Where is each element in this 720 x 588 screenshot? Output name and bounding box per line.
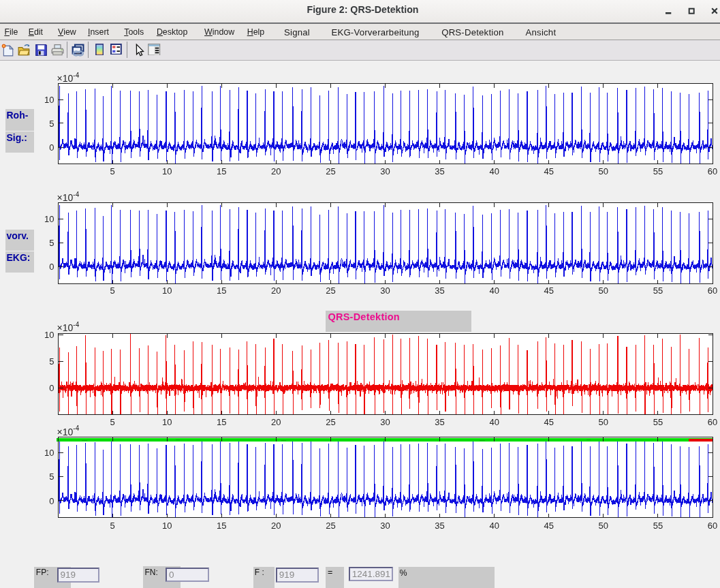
svg-text:45: 45 [544,285,554,296]
svg-text:40: 40 [489,417,499,427]
svg-text:10: 10 [44,330,54,340]
svg-text:5: 5 [110,285,114,296]
svg-text:10: 10 [162,166,172,176]
svg-text:5: 5 [110,521,114,531]
svg-text:25: 25 [326,166,335,176]
svg-text:×10: ×10 [57,192,74,203]
svg-text:30: 30 [380,521,390,531]
svg-text:45: 45 [544,417,554,427]
svg-text:45: 45 [544,166,554,176]
svg-text:35: 35 [435,521,444,531]
svg-text:20: 20 [271,166,281,176]
svg-text:55: 55 [653,521,663,531]
svg-text:5: 5 [49,356,54,367]
svg-text:25: 25 [326,285,335,296]
svg-text:60: 60 [708,417,717,427]
svg-text:×10: ×10 [57,427,74,437]
svg-text:15: 15 [217,417,226,427]
svg-text:55: 55 [653,285,663,296]
svg-text:35: 35 [435,166,444,176]
svg-text:10: 10 [162,417,172,427]
svg-text:10: 10 [162,521,172,531]
svg-text:25: 25 [326,417,335,427]
svg-text:20: 20 [271,285,281,296]
svg-text:0: 0 [49,496,54,506]
svg-text:40: 40 [489,285,499,296]
svg-text:10: 10 [44,448,54,458]
svg-text:×10: ×10 [57,322,74,333]
svg-text:40: 40 [489,166,499,176]
svg-text:×10: ×10 [57,73,74,84]
svg-text:60: 60 [708,521,717,531]
svg-text:-4: -4 [73,72,79,79]
svg-text:10: 10 [44,214,54,224]
svg-text:0: 0 [49,142,54,153]
svg-text:5: 5 [49,119,54,129]
svg-text:50: 50 [599,285,608,296]
svg-text:-4: -4 [73,191,79,198]
svg-text:5: 5 [110,417,114,427]
svg-text:25: 25 [326,521,335,531]
svg-text:20: 20 [271,417,281,427]
svg-text:30: 30 [380,417,390,427]
svg-text:45: 45 [544,521,554,531]
svg-text:55: 55 [653,166,663,176]
svg-text:60: 60 [708,285,717,296]
svg-text:10: 10 [162,285,172,296]
svg-text:30: 30 [380,166,390,176]
svg-text:15: 15 [217,521,226,531]
svg-text:5: 5 [110,166,114,176]
svg-text:50: 50 [599,521,608,531]
svg-text:0: 0 [49,262,54,272]
svg-text:50: 50 [599,166,608,176]
svg-text:20: 20 [271,521,281,531]
svg-text:5: 5 [49,471,54,482]
svg-text:50: 50 [599,417,608,427]
svg-text:15: 15 [217,285,226,296]
svg-text:30: 30 [380,285,390,296]
svg-text:5: 5 [49,238,54,248]
svg-text:-4: -4 [73,424,79,432]
svg-text:15: 15 [217,166,226,176]
svg-text:60: 60 [708,166,717,176]
svg-text:0: 0 [49,383,54,393]
svg-text:10: 10 [44,95,54,105]
svg-text:-4: -4 [73,321,79,328]
svg-text:55: 55 [653,417,663,427]
svg-text:35: 35 [435,285,444,296]
svg-text:40: 40 [489,521,499,531]
svg-text:35: 35 [435,417,444,427]
